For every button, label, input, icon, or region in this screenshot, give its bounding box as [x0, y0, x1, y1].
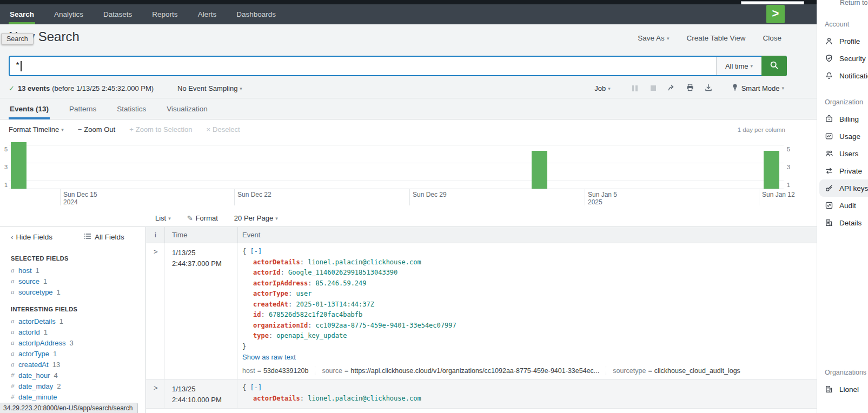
format-results-button[interactable]: ✎Format: [187, 214, 218, 222]
field-item[interactable]: a actorType 1: [11, 348, 145, 359]
search-mode-dropdown[interactable]: Smart Mode▾: [732, 83, 784, 93]
nav-item[interactable]: Datasets: [102, 4, 133, 24]
field-item[interactable]: a actorDetails 1: [11, 316, 145, 327]
hide-fields-button[interactable]: ‹Hide Fields: [11, 233, 52, 241]
export-button[interactable]: [699, 83, 718, 94]
json-collapse-link[interactable]: [-]: [250, 384, 262, 391]
json-value[interactable]: openapi_key_update: [276, 332, 347, 339]
splunk-logo-icon[interactable]: >: [766, 5, 785, 23]
json-value[interactable]: lionel.palacin@clickhouse.com: [308, 258, 421, 266]
field-item[interactable]: a actorId 1: [11, 327, 145, 337]
json-value[interactable]: Google_114602629918513043390: [288, 269, 397, 276]
sidebar-item[interactable]: Details: [817, 214, 868, 231]
nav-item[interactable]: Analytics: [53, 4, 84, 24]
sidebar-item[interactable]: Profile: [817, 32, 868, 50]
sidebar-item[interactable]: Lionel: [817, 381, 868, 398]
json-key[interactable]: actorIpAddress: [253, 279, 308, 287]
field-item[interactable]: # date_hour 4: [11, 370, 145, 381]
timeline-xaxis: Sun Dec 152024Sun Dec 22Sun Dec 29Sun Ja…: [0, 189, 817, 209]
nav-item[interactable]: Search: [9, 4, 35, 24]
save-as-button[interactable]: Save As▾: [638, 34, 669, 42]
field-item[interactable]: a createdAt 13: [11, 359, 145, 370]
meta-host[interactable]: host=53de4339120b: [242, 367, 308, 375]
expand-chevron-icon[interactable]: >: [154, 384, 158, 392]
x-axis-label: Sun Jan 52025: [588, 191, 617, 206]
return-to-link[interactable]: Return to: [817, 0, 868, 6]
results-tab[interactable]: Visualization: [165, 98, 209, 119]
expand-chevron-icon[interactable]: >: [154, 248, 158, 256]
field-item[interactable]: # date_mday 2: [11, 381, 145, 391]
json-value[interactable]: 85.246.59.249: [316, 279, 367, 287]
json-value[interactable]: user: [296, 290, 312, 297]
search-input[interactable]: *: [10, 57, 716, 75]
caret-down-icon: ▾: [608, 86, 611, 91]
json-key[interactable]: type: [253, 332, 269, 339]
sidebar-item[interactable]: Usage: [817, 128, 868, 145]
column-scale-note: 1 day per column: [738, 126, 785, 133]
timeline-bar[interactable]: [532, 151, 547, 189]
meta-sourcetype[interactable]: sourcetype=clickhouse_cloud_audit_logs: [613, 367, 740, 375]
list-view-dropdown[interactable]: List▾: [155, 214, 171, 222]
json-value[interactable]: lionel.palacin@clickhouse.com: [308, 395, 421, 402]
all-fields-button[interactable]: All Fields: [84, 232, 124, 242]
field-item[interactable]: # date_minute: [11, 391, 145, 402]
field-item[interactable]: a source 1: [11, 276, 145, 287]
plus-icon: +: [129, 125, 134, 134]
json-key[interactable]: actorDetails: [253, 395, 300, 402]
nav-item[interactable]: Alerts: [197, 4, 218, 24]
json-key[interactable]: actorType: [253, 290, 288, 297]
search-button[interactable]: [761, 56, 787, 76]
json-key[interactable]: actorId: [253, 269, 281, 276]
sidebar-item[interactable]: Billing: [817, 110, 868, 128]
create-table-view-button[interactable]: Create Table View: [686, 34, 745, 42]
job-dropdown[interactable]: Job▾: [594, 84, 611, 92]
json-key[interactable]: createdAt: [253, 301, 288, 308]
sidebar-item[interactable]: API keys: [819, 179, 868, 197]
json-value[interactable]: cc1092aa-8775-459e-9401-33e54ec07997: [316, 322, 456, 329]
json-value[interactable]: 2025-01-13T14:44:37Z: [296, 301, 374, 308]
results-tab[interactable]: Events (13): [9, 98, 50, 119]
sidebar-item[interactable]: Users: [817, 145, 868, 162]
json-collapse-link[interactable]: [-]: [250, 248, 262, 255]
results-tab[interactable]: Statistics: [116, 98, 147, 119]
json-key[interactable]: id: [253, 311, 261, 318]
sidebar-item[interactable]: Notifications: [817, 67, 868, 84]
results-tabs: Events (13) Patterns Statistics Visualiz…: [0, 98, 817, 119]
sidebar-item[interactable]: Audit: [817, 197, 868, 214]
sidebar-item-label: Audit: [839, 202, 856, 210]
close-button[interactable]: Close: [763, 34, 781, 42]
timeline-bar[interactable]: [11, 142, 26, 189]
json-value[interactable]: 678526d582c1f20fac4babfb: [269, 311, 362, 318]
zoom-to-selection-button[interactable]: +Zoom to Selection: [129, 125, 192, 134]
json-key[interactable]: organizationId: [253, 322, 308, 329]
meta-source[interactable]: source=https://api.clickhouse.cloud/v1/o…: [322, 367, 599, 375]
format-timeline-dropdown[interactable]: Format Timeline▾: [9, 125, 64, 134]
timeline-chart[interactable]: 553311: [0, 139, 817, 189]
per-page-dropdown[interactable]: 20 Per Page▾: [234, 214, 278, 222]
chart-gridline: [9, 145, 784, 145]
time-range-picker[interactable]: All time▾: [716, 57, 761, 75]
print-button[interactable]: [681, 83, 699, 94]
zoom-out-button[interactable]: −Zoom Out: [78, 125, 115, 134]
nav-item[interactable]: Reports: [151, 4, 178, 24]
field-item[interactable]: a host 1: [11, 265, 145, 276]
event-sampling-dropdown[interactable]: No Event Sampling▾: [177, 84, 242, 92]
nav-item[interactable]: Dashboards: [235, 4, 277, 24]
timeline-bar[interactable]: [764, 151, 779, 189]
field-item[interactable]: a actorIpAddress 3: [11, 337, 145, 348]
field-item[interactable]: a sourcetype 1: [11, 287, 145, 297]
deselect-button[interactable]: ×Deselect: [207, 125, 240, 134]
stop-button[interactable]: [644, 83, 662, 94]
x-axis-tick: [409, 189, 410, 205]
sidebar-item[interactable]: Private: [817, 162, 868, 179]
pause-button[interactable]: [626, 83, 644, 94]
results-tab[interactable]: Patterns: [68, 98, 97, 119]
details-icon: [825, 218, 833, 227]
sidebar-item[interactable]: Security: [817, 50, 868, 67]
show-raw-text-link[interactable]: Show as raw text: [242, 353, 296, 361]
field-name: source: [18, 277, 39, 285]
share-button[interactable]: [662, 83, 681, 94]
security-icon: [825, 54, 833, 63]
sidebar-item-label: Private: [839, 167, 862, 175]
json-key[interactable]: actorDetails: [253, 258, 300, 266]
